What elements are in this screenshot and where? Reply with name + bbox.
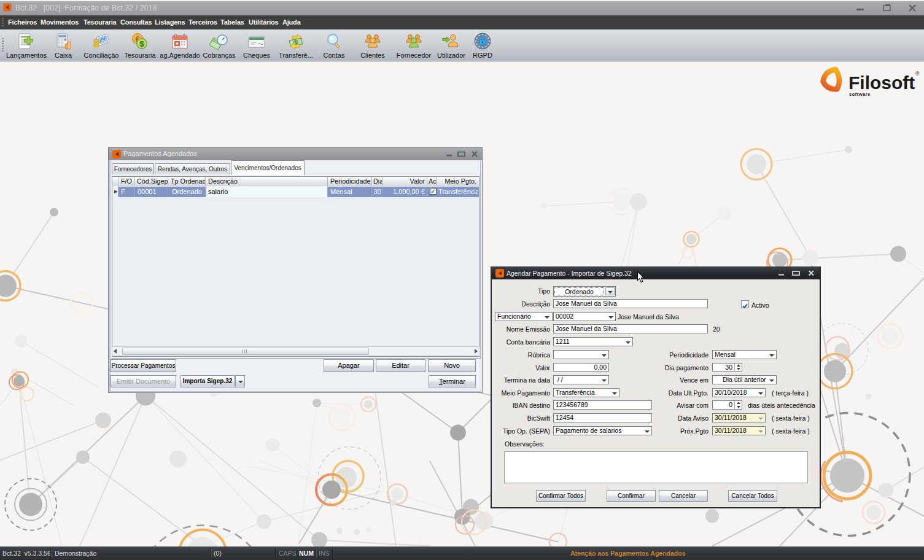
svg-text:®: ®: [915, 71, 920, 77]
svg-text:software: software: [849, 91, 871, 97]
svg-text:$: $: [140, 40, 144, 49]
svg-text:Filosoft: Filosoft: [848, 72, 915, 93]
